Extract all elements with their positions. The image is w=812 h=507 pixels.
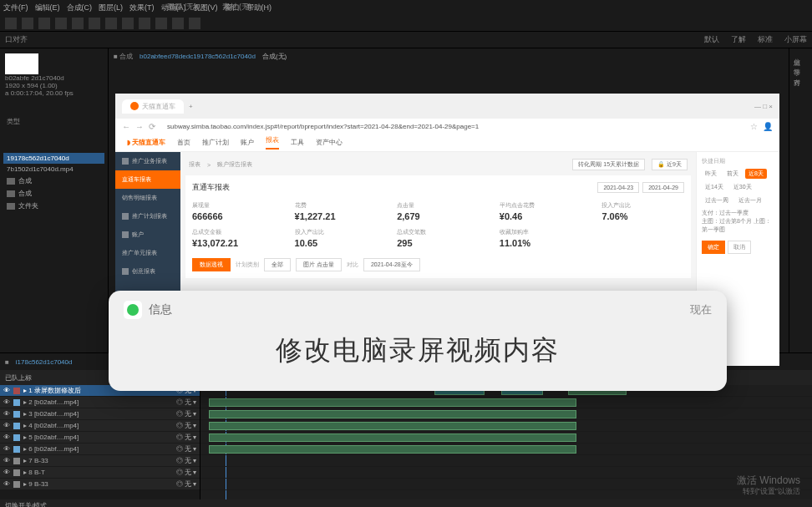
notification-time: 现在: [690, 302, 712, 317]
range-dropdown[interactable]: 🔒 近9天: [652, 159, 688, 170]
clip[interactable]: [209, 422, 576, 430]
site-header: ◗ 天猫直通车 首页 推广计划 账户 报表 工具 资产中心: [115, 134, 779, 152]
quick-date[interactable]: 近14天: [702, 182, 727, 192]
timecode[interactable]: 已队上标: [5, 373, 32, 383]
eraser-tool-icon[interactable]: [155, 18, 167, 29]
filter-select[interactable]: 图片 点击量: [296, 258, 342, 271]
selection-tool-icon[interactable]: [5, 18, 17, 29]
project-item[interactable]: 合成: [3, 175, 104, 187]
sidebar-item[interactable]: 推广单元报表: [115, 244, 180, 262]
clip[interactable]: [209, 433, 576, 442]
menu-item[interactable]: 文件(F): [3, 3, 28, 13]
nav-item[interactable]: 工具: [291, 138, 304, 147]
dock-tab[interactable]: 字符: [789, 58, 802, 68]
layer-color-icon: [13, 423, 20, 429]
viewer-tab[interactable]: b02abfeed78dedc19178c562d1c7040d: [140, 53, 256, 60]
secondary-bar: 口对齐 图层 (无) 素材 (无) 默认 了解 标准 小屏幕: [0, 32, 812, 48]
sidebar-item[interactable]: 推广业务报表: [115, 152, 180, 170]
sidebar-item[interactable]: 创意报表: [115, 262, 180, 281]
sidebar-item[interactable]: 推广计划报表: [115, 207, 180, 226]
quick-date[interactable]: 昨天: [702, 169, 720, 179]
menu-item[interactable]: 图层(L): [99, 3, 123, 13]
hand-tool-icon[interactable]: [22, 18, 33, 29]
clip[interactable]: [209, 410, 576, 418]
report-title: 直通车报表: [192, 182, 230, 193]
layer-color-icon: [13, 388, 20, 394]
project-item[interactable]: 合成: [3, 187, 104, 200]
sidebar-item[interactable]: 销售明细报表: [115, 189, 180, 207]
nav-item[interactable]: 账户: [241, 138, 254, 147]
nav-item[interactable]: 资产中心: [316, 138, 343, 147]
nav-item[interactable]: 报表: [266, 135, 279, 150]
confirm-button[interactable]: 确定: [702, 241, 725, 254]
quick-date[interactable]: 近8天: [745, 169, 767, 179]
menu-item[interactable]: 合成(C): [67, 3, 93, 13]
browser-tab[interactable]: 天猫直通车: [122, 99, 184, 114]
zoom-tool-icon[interactable]: [38, 18, 50, 29]
back-icon[interactable]: ←: [122, 122, 130, 131]
quick-date[interactable]: 过去一周: [702, 195, 732, 205]
quick-date[interactable]: 近去一月: [735, 195, 765, 205]
forward-icon[interactable]: →: [135, 122, 144, 131]
project-item[interactable]: 文件夹: [3, 200, 104, 212]
menu-item[interactable]: 效果(T): [129, 3, 155, 13]
nav-item[interactable]: 推广计划: [202, 138, 229, 147]
shape-tool-icon[interactable]: [72, 18, 84, 29]
quick-date[interactable]: 前天: [723, 169, 742, 179]
layer-row[interactable]: 👁▸ 7 B-33◎ 无 ▾: [0, 455, 200, 467]
brush-tool-icon[interactable]: [122, 18, 134, 29]
workspace-tab[interactable]: 了解: [731, 34, 746, 45]
messages-app-icon: [124, 301, 142, 319]
quick-date[interactable]: 近30天: [730, 182, 755, 192]
date-start[interactable]: 2021-04-23: [597, 182, 639, 193]
project-item[interactable]: 19178c562d1c7040d: [3, 153, 104, 164]
filter-date[interactable]: 2021-04-28至今: [363, 258, 420, 271]
reload-icon[interactable]: ⟳: [149, 122, 155, 131]
url-bar[interactable]: subway.simba.taobao.com/index.jsp#!/repo…: [160, 121, 745, 132]
workspace-tab[interactable]: 标准: [758, 34, 773, 45]
nav-item[interactable]: 首页: [177, 138, 190, 147]
metrics-row: 总成交金额¥13,072.21 投入产出比10.65 总成交笔数295 收藏加购…: [192, 225, 684, 251]
roto-tool-icon[interactable]: [172, 18, 184, 29]
metrics-row: 展现量666666 花费¥1,227.21 点击量2,679 平均点击花费¥0.…: [192, 198, 684, 225]
viewer-tab[interactable]: 合成(无): [262, 52, 287, 61]
pivot-button[interactable]: 数据透视: [192, 258, 231, 271]
layer-color-icon: [13, 411, 20, 418]
dock-tab[interactable]: 信息: [789, 48, 802, 58]
footer-toggle[interactable]: 切换开关/模式: [5, 501, 47, 508]
metric-value: 11.01%: [500, 238, 582, 248]
workspace-tab[interactable]: 默认: [704, 34, 719, 45]
comp-thumbnail-icon: [5, 53, 38, 74]
metric-value: ¥1,227.21: [295, 211, 378, 221]
rotate-tool-icon[interactable]: [55, 18, 67, 29]
project-item[interactable]: 7b1502d1c7040d.mp4: [3, 164, 104, 175]
date-end[interactable]: 2021-04-29: [642, 182, 684, 193]
dock-tab[interactable]: 对齐: [789, 68, 802, 79]
layer-row[interactable]: 👁▸ 3 [b02abf....mp4]◎ 无 ▾: [0, 408, 200, 420]
cancel-button[interactable]: 取消: [728, 241, 751, 254]
clip[interactable]: [209, 445, 576, 454]
notification-toast[interactable]: 信息 现在 修改电脑录屏视频内容: [109, 291, 727, 391]
stamp-tool-icon[interactable]: [139, 18, 150, 29]
layer-row[interactable]: 👁▸ 4 [b02abf....mp4]◎ 无 ▾: [0, 420, 200, 432]
user-icon[interactable]: 👤: [763, 122, 773, 131]
sidebar-item[interactable]: 直通车报表: [115, 170, 180, 189]
layer-row[interactable]: 👁▸ 5 [b02abf....mp4]◎ 无 ▾: [0, 432, 200, 444]
layer-row[interactable]: 👁▸ 8 B-T◎ 无 ▾: [0, 467, 200, 479]
favicon-icon: [130, 102, 139, 110]
layer-row[interactable]: 👁▸ 9 B-33◎ 无 ▾: [0, 479, 200, 490]
layer-row[interactable]: 👁▸ 2 [b02abf....mp4]◎ 无 ▾: [0, 397, 200, 408]
timeline-tab[interactable]: i178c562d1c7040d: [16, 358, 73, 366]
comp-name: b02abfe 2d1c7040d: [5, 74, 74, 82]
puppet-tool-icon[interactable]: [189, 18, 200, 29]
filter-select[interactable]: 全部: [264, 258, 291, 271]
period-dropdown[interactable]: 转化周期 15天累计数据: [572, 159, 645, 170]
layer-row[interactable]: 👁▸ 6 [b02abf....mp4]◎ 无 ▾: [0, 444, 200, 455]
star-icon[interactable]: ☆: [750, 122, 758, 131]
workspace-tab[interactable]: 小屏幕: [784, 34, 807, 45]
clip[interactable]: [209, 398, 576, 407]
text-tool-icon[interactable]: [105, 18, 117, 29]
sidebar-item[interactable]: 账户: [115, 226, 180, 244]
pen-tool-icon[interactable]: [89, 18, 100, 29]
menu-item[interactable]: 编辑(E): [35, 3, 60, 13]
